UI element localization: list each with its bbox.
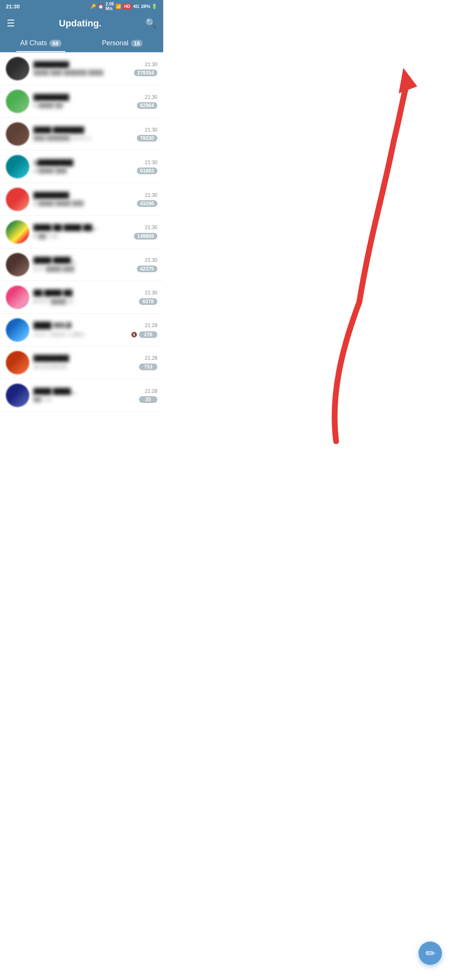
top-nav: ☰ Updating. 🔍 (0, 12, 163, 35)
chat-avatar (6, 220, 29, 244)
chat-avatar (6, 90, 29, 113)
chat-avatar (6, 318, 29, 342)
chat-preview: ■ ████ ███ (33, 168, 67, 174)
chat-content: ████ ████...21:30如令 ████ ███42375 (33, 257, 157, 273)
unread-badge: 276 (139, 331, 157, 338)
chat-time: 21:28 (145, 388, 157, 394)
unread-badge: 61863 (137, 168, 157, 174)
chat-time: 21:28 (145, 355, 157, 361)
chat-name: ████████ (33, 94, 69, 101)
chat-content: S████████21:30■ ████ ███61863 (33, 159, 157, 174)
search-icon[interactable]: 🔍 (145, 18, 157, 29)
chat-name: ████ ██ ████ ██... (33, 224, 98, 231)
chat-content: ████████21:30████ ███ ██████ ████279354 (33, 61, 157, 76)
chat-preview: 如令 ████ ███ (33, 265, 74, 273)
chat-time: 21:30 (145, 160, 157, 165)
status-time: 21:30 (6, 3, 20, 10)
chat-name: ████ ████... (33, 257, 76, 264)
chat-preview: ■ ██ 玉娱... (33, 232, 63, 240)
chat-name: ██ ████ ██ (33, 289, 72, 297)
chat-content: ████ ██ ████ ██...21:30■ ██ 玉娱...149869 (33, 224, 157, 240)
chat-list: ████████21:30████ ███ ██████ ████279354█… (0, 52, 163, 412)
unread-badge: 43296 (137, 200, 157, 207)
unread-badge: 149869 (134, 233, 157, 240)
tab-all-chats-badge: 68 (49, 40, 61, 47)
chat-preview: ██ cap (33, 396, 51, 402)
chat-content: ████████21:28换的直接私聊...753 (33, 355, 157, 371)
chat-item[interactable]: ████ ██ ████ ██...21:30■ ██ 玉娱...149869 (0, 216, 163, 248)
chat-preview: ■ ████ ██ (33, 102, 63, 108)
unread-badge: 79330 (137, 135, 157, 142)
chat-content: ████ 报机器21:29veres, 请返回 主播的...🔇276 (33, 322, 157, 338)
unread-badge: 6378 (139, 298, 157, 305)
chat-preview: ■ 珠木 ████ 财... (33, 298, 77, 305)
chat-avatar (6, 122, 29, 146)
chat-preview: veres, 请返回 主播的... (33, 331, 88, 338)
chat-avatar (6, 57, 29, 80)
chat-time: 21:30 (145, 290, 157, 296)
chat-item[interactable]: ████████21:30■ ████ ████ ███43296 (0, 183, 163, 216)
chat-preview: ███ ██████ joined a... (33, 135, 95, 141)
chat-time: 21:30 (145, 62, 157, 67)
chat-content: ████ ████...21:28██ cap35 (33, 388, 157, 403)
unread-badge: 62964 (137, 102, 157, 109)
chat-name: ████ ███████ (33, 126, 84, 134)
tab-bar: All Chats 68 Personal 18 (0, 35, 163, 52)
chat-name: ████ ████... (33, 388, 76, 395)
status-bar: 21:30 🔑 ⏰ 2.09M/s 📶 HD 4G 28% 🔋 (0, 0, 163, 12)
unread-badge: 753 (139, 364, 157, 370)
unread-badge: 279354 (134, 70, 157, 76)
chat-preview: 换的直接私聊... (33, 363, 71, 371)
chat-avatar (6, 155, 29, 178)
chat-time: 21:29 (145, 322, 157, 328)
chat-avatar (6, 286, 29, 309)
chat-preview: ████ ███ ██████ ████ (33, 70, 103, 76)
chat-item[interactable]: ████ ████...21:30如令 ████ ███42375 (0, 248, 163, 281)
chat-item[interactable]: ████ 报机器21:29veres, 请返回 主播的...🔇276 (0, 314, 163, 346)
chat-name: ████████ (33, 61, 69, 68)
chat-name: S████████ (33, 159, 73, 166)
chat-avatar (6, 188, 29, 211)
tab-all-chats[interactable]: All Chats 68 (0, 35, 82, 52)
tab-personal-label: Personal (102, 39, 128, 47)
status-icons: 🔑 ⏰ 2.09M/s 📶 HD 4G 28% 🔋 (90, 2, 157, 11)
menu-icon[interactable]: ☰ (7, 18, 15, 29)
chat-content: ████ ███████21:30███ ██████ joined a...7… (33, 126, 157, 142)
chat-name: ████ 报机器 (33, 322, 72, 330)
chat-avatar (6, 384, 29, 407)
chat-avatar (6, 253, 29, 276)
chat-time: 21:30 (145, 192, 157, 198)
chat-time: 21:30 (145, 127, 157, 133)
chat-time: 21:30 (145, 224, 157, 230)
unread-badge: 35 (139, 396, 157, 403)
chat-content: ████████21:30■ ████ ████ ███43296 (33, 192, 157, 207)
chat-name: ████████ (33, 355, 69, 362)
chat-item[interactable]: ████████21:30████ ███ ██████ ████279354 (0, 52, 163, 85)
tab-all-chats-label: All Chats (20, 39, 47, 47)
chat-item[interactable]: ████████21:28换的直接私聊...753 (0, 346, 163, 379)
unread-badge: 42375 (137, 266, 157, 272)
chat-item[interactable]: ████████21:30■ ████ ██62964 (0, 85, 163, 118)
app-title: Updating. (59, 18, 101, 29)
chat-item[interactable]: ██ ████ ██21:30■ 珠木 ████ 财...6378 (0, 281, 163, 314)
chat-avatar (6, 351, 29, 374)
chat-content: ██ ████ ██21:30■ 珠木 ████ 财...6378 (33, 289, 157, 305)
mute-icon: 🔇 (131, 332, 137, 338)
chat-name: ████████ (33, 192, 69, 199)
chat-item[interactable]: S████████21:30■ ████ ███61863 (0, 150, 163, 183)
tab-personal[interactable]: Personal 18 (82, 35, 163, 52)
chat-time: 21:30 (145, 94, 157, 100)
chat-item[interactable]: ████ ███████21:30███ ██████ joined a...7… (0, 118, 163, 150)
chat-content: ████████21:30■ ████ ██62964 (33, 94, 157, 109)
tab-personal-badge: 18 (131, 40, 143, 47)
chat-item[interactable]: ████ ████...21:28██ cap35 (0, 379, 163, 412)
chat-preview: ■ ████ ████ ███ (33, 200, 84, 206)
chat-time: 21:30 (145, 257, 157, 263)
